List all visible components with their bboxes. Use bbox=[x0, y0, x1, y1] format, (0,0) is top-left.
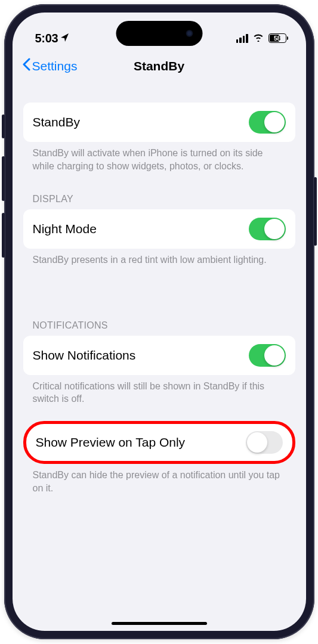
preview-toggle[interactable] bbox=[246, 431, 283, 454]
nightmode-footer: StandBy presents in a red tint with low … bbox=[23, 249, 295, 267]
preview-footer: StandBy can hide the preview of a notifi… bbox=[23, 464, 295, 494]
wifi-icon bbox=[252, 32, 264, 44]
highlighted-row: Show Preview on Tap Only bbox=[23, 421, 295, 464]
status-time: 5:03 bbox=[35, 32, 58, 45]
battery-level: 58 bbox=[274, 35, 280, 42]
dynamic-island bbox=[116, 21, 202, 46]
side-button bbox=[2, 114, 5, 138]
cellular-icon bbox=[236, 34, 248, 43]
display-section-header: DISPLAY bbox=[23, 194, 295, 209]
back-label: Settings bbox=[32, 59, 78, 73]
home-indicator[interactable] bbox=[112, 622, 207, 625]
preview-row[interactable]: Show Preview on Tap Only bbox=[33, 428, 285, 457]
nightmode-row[interactable]: Night Mode bbox=[23, 209, 295, 249]
standby-footer: StandBy will activate when iPhone is tur… bbox=[23, 142, 295, 172]
battery-icon: 58 bbox=[268, 33, 288, 43]
shownotif-toggle[interactable] bbox=[249, 344, 286, 367]
standby-label: StandBy bbox=[33, 115, 80, 129]
chevron-left-icon bbox=[22, 58, 30, 74]
phone-frame: 5:03 58 bbox=[4, 4, 314, 639]
notifications-section-header: NOTIFICATIONS bbox=[23, 320, 295, 336]
nightmode-label: Night Mode bbox=[33, 222, 97, 236]
shownotif-label: Show Notifications bbox=[33, 348, 136, 363]
shownotif-row[interactable]: Show Notifications bbox=[23, 336, 295, 375]
shownotif-footer: Critical notifications will still be sho… bbox=[23, 375, 295, 405]
nav-bar: Settings StandBy bbox=[13, 49, 306, 81]
side-button bbox=[2, 156, 5, 201]
status-right: 58 bbox=[236, 32, 288, 44]
screen: 5:03 58 bbox=[13, 13, 306, 631]
page-title: StandBy bbox=[134, 59, 184, 73]
location-icon bbox=[60, 32, 70, 45]
side-button bbox=[2, 213, 5, 258]
preview-label: Show Preview on Tap Only bbox=[36, 435, 186, 450]
standby-row[interactable]: StandBy bbox=[23, 103, 295, 142]
nightmode-toggle[interactable] bbox=[249, 218, 286, 240]
side-button bbox=[314, 177, 317, 246]
content: StandBy StandBy will activate when iPhon… bbox=[13, 81, 306, 494]
status-left: 5:03 bbox=[35, 32, 70, 45]
back-button[interactable]: Settings bbox=[22, 58, 78, 74]
standby-toggle[interactable] bbox=[249, 111, 286, 134]
